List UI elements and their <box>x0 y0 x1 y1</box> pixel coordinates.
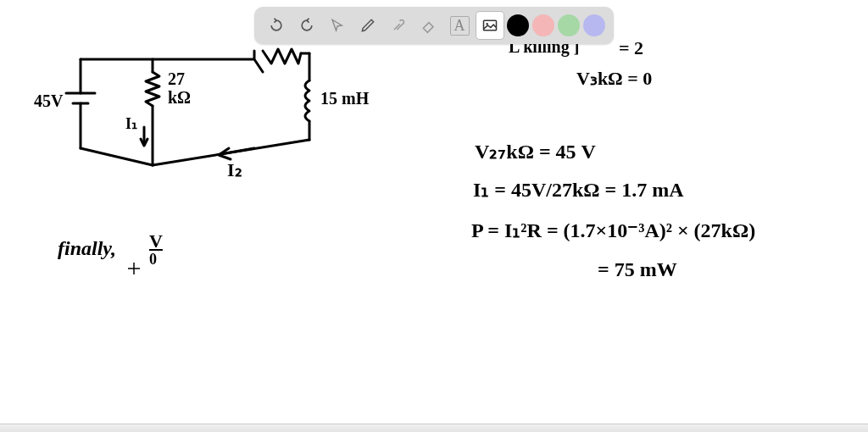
label-i1: I₁ <box>125 114 137 133</box>
label-i1-eq: I₁ = 45V/27kΩ = 1.7 mA <box>473 178 684 202</box>
eraser-icon <box>420 17 437 34</box>
redo-button[interactable] <box>293 12 320 39</box>
tools-icon <box>390 17 407 34</box>
pointer-icon <box>330 18 345 33</box>
label-p-result: = 75 mW <box>598 258 677 281</box>
label-i2: I₂ <box>227 159 242 181</box>
label-v27k: V₂₇kΩ = 45 V <box>475 140 596 163</box>
color-black[interactable] <box>507 14 529 36</box>
text-icon: A <box>450 16 470 36</box>
image-button[interactable] <box>476 12 504 39</box>
color-pink[interactable] <box>532 14 554 36</box>
label-r27-value: 27 <box>168 69 185 89</box>
label-r27-unit: kΩ <box>168 88 191 108</box>
label-finally: finally, <box>58 237 116 260</box>
pen-icon <box>359 17 376 34</box>
text-button[interactable]: A <box>446 12 473 39</box>
bottom-scrollbar[interactable] <box>0 424 868 432</box>
label-inductor: 15 mH <box>320 89 369 108</box>
redo-icon <box>298 17 315 34</box>
image-icon <box>481 17 498 34</box>
undo-button[interactable] <box>263 12 290 39</box>
color-purple[interactable] <box>583 14 605 36</box>
label-voltage-source: 45V <box>34 91 63 111</box>
whiteboard-canvas[interactable] <box>0 0 868 432</box>
label-v-denom: 0 <box>149 251 157 269</box>
tools-button[interactable] <box>385 12 412 39</box>
label-top-rhs: = 2 <box>619 37 643 59</box>
label-v3k: V₃kΩ = 0 <box>576 68 652 90</box>
label-p-eq: P = I₁²R = (1.7×10⁻³A)² × (27kΩ) <box>471 219 755 242</box>
color-green[interactable] <box>558 14 580 36</box>
eraser-button[interactable] <box>415 12 442 39</box>
undo-icon <box>268 17 285 34</box>
pen-button[interactable] <box>354 12 381 39</box>
pointer-button[interactable] <box>324 12 351 39</box>
drawing-toolbar: A <box>254 7 614 44</box>
label-v-numer: V <box>149 230 163 252</box>
